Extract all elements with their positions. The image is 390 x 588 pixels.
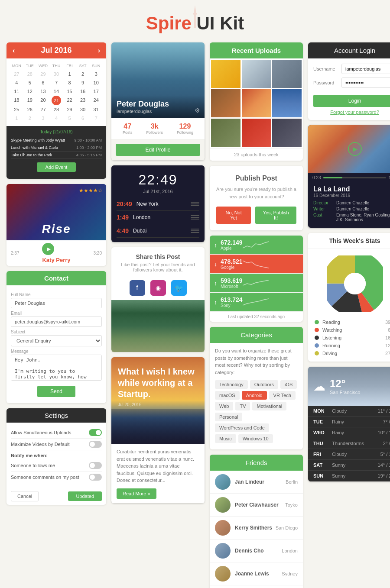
forgot-password-link[interactable]: Forgot your password?: [313, 110, 390, 115]
toggle-comments[interactable]: [89, 474, 102, 481]
tags-row-5: Music Windows 10: [215, 434, 298, 443]
uploads-header: Recent Uploads: [210, 42, 303, 58]
clock-bars-1: [191, 202, 199, 206]
weather-thu: THU Thunderstorms 2° / 7°: [308, 438, 390, 449]
share-mountain-image: [111, 300, 205, 352]
upload-thumb-5[interactable]: [242, 89, 271, 117]
stats-header: This Week's Stats: [308, 233, 390, 249]
movie-play-button[interactable]: ▶: [348, 142, 362, 156]
add-event-button[interactable]: Add Event: [37, 162, 76, 172]
stock-row-microsoft: ↑ 593.619 Microsoft: [210, 274, 303, 293]
recent-uploads-card: Recent Uploads 23 uploads this week: [210, 42, 303, 161]
stats-legend: Reading 39% Watching 6% Listening: [308, 316, 390, 362]
movie-title: La La Land: [313, 185, 390, 193]
edit-profile-button[interactable]: Edit Profile: [116, 144, 200, 156]
message-textarea[interactable]: Hey John, I'm writing to you to firstly …: [11, 355, 102, 381]
tag-music[interactable]: Music: [215, 434, 236, 443]
profile-posts-stat: 47 Posts: [123, 123, 133, 135]
friend-row-4: Dennis Cho London: [210, 540, 303, 562]
update-button[interactable]: Updated: [68, 491, 102, 501]
toggle-maximize-videos[interactable]: [89, 441, 102, 448]
upload-thumb-7[interactable]: [211, 119, 240, 147]
stock-chart-apple: [243, 239, 269, 250]
facebook-share-button[interactable]: f: [130, 280, 145, 296]
movie-progress-track[interactable]: [323, 177, 386, 178]
notify-title: Notify me when:: [11, 450, 102, 460]
tag-wordpress[interactable]: WordPress and Code: [215, 423, 269, 432]
calendar-days-header: MONTUEWED THUFRISATSUN: [10, 62, 103, 70]
upload-thumb-1[interactable]: [211, 60, 240, 88]
tag-motivational[interactable]: Motivational: [252, 402, 286, 410]
instagram-share-button[interactable]: ◉: [150, 280, 166, 296]
login-header: Account Login: [308, 42, 390, 58]
blog-post-body: Curabitur hendrerit purus venenatis erat…: [111, 444, 205, 503]
twitter-share-button[interactable]: 🐦: [171, 280, 187, 296]
tag-android[interactable]: Android: [242, 391, 267, 400]
setting-row-2: Maximize Videos by Default: [11, 439, 102, 450]
movie-player: ▶ 0:23 1:26 La La Land 16 December 2016 …: [308, 125, 390, 228]
upload-thumb-4[interactable]: [211, 89, 240, 117]
tag-ios[interactable]: iOS: [280, 380, 297, 389]
music-duration: 3:20: [94, 251, 102, 255]
calendar-event-1: Skype Meeting with Jody Wyatt 9:30 - 10:…: [11, 137, 102, 144]
profile-followers-stat: 3k Followers: [146, 123, 163, 135]
calendar-month-year: Jul 2016: [41, 46, 72, 55]
calendar-week-6: 1 2 3 4 5 6 7: [10, 114, 103, 123]
weather-sun: SUN Sunny 19° / 24°: [308, 471, 390, 481]
toggle-follows[interactable]: [89, 462, 102, 469]
tags-row-2: macOS Android VR Tech: [215, 391, 298, 400]
profile-username: iampeterdouglas: [117, 109, 199, 114]
movie-director-row: Director Damien Chazelle: [313, 200, 390, 205]
yes-publish-button[interactable]: Yes, Publish It!: [255, 207, 296, 224]
music-footer: 2:37 ▶ Katy Perry 3:20: [6, 240, 106, 266]
send-button[interactable]: Send: [37, 386, 75, 397]
weather-temperature: 12°: [330, 378, 360, 390]
column-4: Account Login Username Password Login Fo…: [308, 42, 390, 588]
username-input[interactable]: [341, 64, 390, 74]
email-input[interactable]: [11, 317, 102, 327]
upload-thumb-9[interactable]: [272, 119, 302, 147]
tag-vrtech[interactable]: VR Tech: [269, 391, 296, 400]
pie-chart: [327, 255, 383, 312]
calendar-next-button[interactable]: ›: [98, 47, 100, 55]
read-more-button[interactable]: Read More »: [117, 488, 156, 499]
column-3: Recent Uploads 23 uploads this week Publ…: [210, 42, 303, 588]
clock-bars-2: [191, 215, 199, 220]
publish-post-card: Publish Post Are you sure you're ready t…: [210, 166, 303, 230]
weather-mon: MON Cloudy 11° / 15°: [308, 406, 390, 417]
tag-web[interactable]: Web: [215, 402, 233, 410]
movie-info: La La Land 16 December 2016 Director Dam…: [308, 183, 390, 228]
calendar-prev-button[interactable]: ‹: [13, 47, 15, 55]
setting-row-1: Allow Simultaneous Uploads: [11, 427, 102, 439]
upload-thumb-8[interactable]: [242, 119, 271, 147]
password-input[interactable]: [341, 78, 390, 88]
no-publish-button[interactable]: No, Not Yet: [216, 207, 251, 224]
upload-thumb-6[interactable]: [272, 89, 302, 117]
tag-technology[interactable]: Technology: [215, 380, 248, 389]
full-name-input[interactable]: [11, 298, 102, 308]
tag-outdoors[interactable]: Outdoors: [250, 380, 278, 389]
profile-card: Peter Douglas iampeterdouglas ⚙ 47 Posts…: [111, 42, 205, 160]
friend-avatar-1: [215, 474, 231, 490]
cancel-button[interactable]: Cancel: [11, 491, 39, 501]
upload-thumb-3[interactable]: [272, 60, 302, 88]
profile-settings-icon[interactable]: ⚙: [195, 107, 200, 114]
message-label: Message: [11, 349, 102, 354]
upload-thumb-2[interactable]: [242, 60, 271, 88]
tag-macos[interactable]: macOS: [215, 391, 240, 400]
share-subtitle: Like this post? Let your friends and fol…: [117, 262, 199, 272]
subject-select[interactable]: General Enquiry: [11, 335, 102, 346]
tag-windows10[interactable]: Windows 10: [238, 434, 273, 443]
music-center: ▶ Katy Perry: [42, 243, 70, 263]
notify-row-2: Someone comments on my post: [11, 472, 102, 483]
movie-thumbnail: ▶: [308, 125, 390, 173]
blog-post-title: What I wish I knew while working at a St…: [118, 366, 198, 400]
tag-personal[interactable]: Personal: [215, 413, 242, 421]
publish-buttons: No, Not Yet Yes, Publish It!: [216, 207, 296, 224]
login-button[interactable]: Login: [313, 95, 390, 107]
friend-row-5: Joanne Lewis Sydney: [210, 562, 303, 585]
profile-name: Peter Douglas: [117, 100, 199, 109]
music-play-button[interactable]: ▶: [42, 243, 54, 255]
toggle-simultaneous-uploads[interactable]: [89, 429, 102, 436]
tag-tv[interactable]: TV: [235, 402, 250, 410]
